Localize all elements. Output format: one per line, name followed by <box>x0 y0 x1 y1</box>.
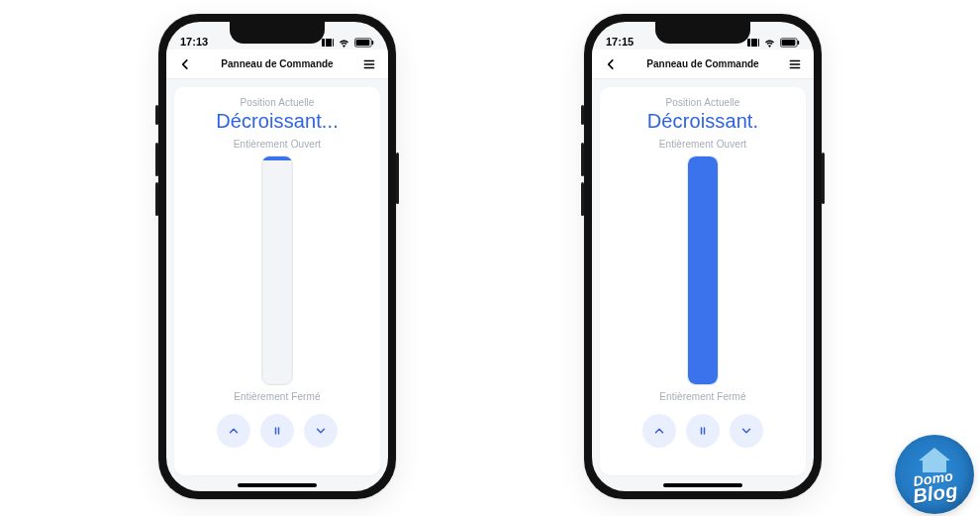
chevron-down-icon <box>739 424 753 438</box>
menu-icon <box>788 57 802 71</box>
control-panel-card: Position Actuelle Décroissant... Entière… <box>174 87 380 475</box>
pause-button[interactable] <box>686 414 720 448</box>
home-indicator[interactable] <box>238 483 317 487</box>
close-button[interactable] <box>730 414 763 448</box>
pause-icon <box>271 425 283 437</box>
watermark-badge: Domo Blog <box>895 435 974 514</box>
fully-closed-label: Entièrement Fermé <box>659 391 745 402</box>
title-bar: Panneau de Commande <box>592 50 814 79</box>
title-bar: Panneau de Commande <box>166 50 388 79</box>
slider-fill <box>688 156 718 384</box>
control-buttons <box>642 414 763 448</box>
chevron-left-icon <box>178 57 192 71</box>
hw-power-button <box>396 153 399 204</box>
control-panel-card: Position Actuelle Décroissant. Entièreme… <box>600 87 806 475</box>
status-time: 17:13 <box>180 36 208 48</box>
wifi-icon <box>763 39 776 48</box>
close-button[interactable] <box>304 414 338 448</box>
fully-open-label: Entièrement Ouvert <box>234 139 322 150</box>
pause-button[interactable] <box>260 414 294 448</box>
control-buttons <box>217 414 338 448</box>
position-value: Décroissant. <box>647 110 758 133</box>
page-title: Panneau de Commande <box>646 58 758 69</box>
hw-power-button <box>822 153 825 204</box>
screen: 17:15 Panneau de Commande <box>592 22 814 491</box>
open-button[interactable] <box>642 414 676 448</box>
menu-button[interactable] <box>358 53 380 75</box>
menu-icon <box>362 57 376 71</box>
hw-volume-down <box>155 182 158 216</box>
position-value: Décroissant... <box>216 110 339 133</box>
pause-icon <box>697 425 709 437</box>
phone-right: 17:15 Panneau de Commande <box>584 14 822 499</box>
hw-mute-switch <box>581 105 584 125</box>
position-label: Position Actuelle <box>665 97 739 108</box>
battery-icon <box>780 38 800 48</box>
chevron-down-icon <box>314 424 328 438</box>
open-button[interactable] <box>217 414 250 448</box>
svg-rect-2 <box>372 41 374 45</box>
fully-closed-label: Entièrement Fermé <box>234 391 320 402</box>
position-slider[interactable] <box>261 155 293 385</box>
notch <box>655 22 750 44</box>
notch <box>230 22 325 44</box>
chevron-left-icon <box>604 57 618 71</box>
hw-volume-up <box>155 143 158 176</box>
cellular-icon <box>747 39 759 47</box>
page-title: Panneau de Commande <box>221 58 333 69</box>
hw-volume-down <box>581 182 584 216</box>
watermark-line2: Blog <box>912 479 959 507</box>
status-time: 17:15 <box>606 36 634 48</box>
svg-rect-1 <box>356 40 370 46</box>
phone-left: 17:13 Panneau de Commande <box>158 14 396 499</box>
status-right <box>747 38 800 48</box>
screen: 17:13 Panneau de Commande <box>166 22 388 491</box>
chevron-up-icon <box>652 424 666 438</box>
slider-fill <box>262 156 292 160</box>
chevron-up-icon <box>227 424 241 438</box>
svg-rect-4 <box>782 40 796 46</box>
position-slider[interactable] <box>687 155 719 385</box>
home-indicator[interactable] <box>663 483 742 487</box>
fully-open-label: Entièrement Ouvert <box>659 139 747 150</box>
battery-icon <box>354 38 374 48</box>
menu-button[interactable] <box>784 53 806 75</box>
back-button[interactable] <box>174 53 196 75</box>
cellular-icon <box>322 39 334 47</box>
hw-volume-up <box>581 143 584 176</box>
status-right <box>322 38 374 48</box>
wifi-icon <box>338 39 350 48</box>
back-button[interactable] <box>600 53 622 75</box>
position-label: Position Actuelle <box>240 97 314 108</box>
hw-mute-switch <box>155 105 158 125</box>
svg-rect-5 <box>798 41 800 45</box>
